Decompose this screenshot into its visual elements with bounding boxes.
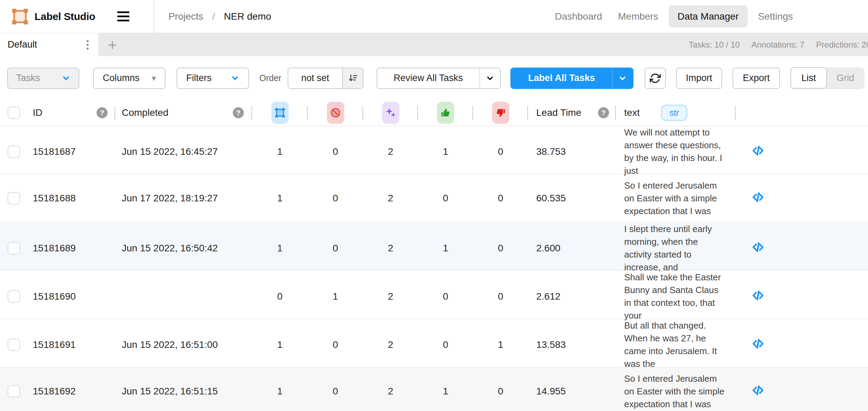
import-button[interactable]: Import [676,68,722,89]
predictions-count: 2 [363,174,418,222]
row-filler [780,126,868,177]
task-id: 15181687 [28,126,115,177]
view-grid-button[interactable]: Grid [827,73,864,83]
column-header-rejected[interactable] [473,100,528,126]
task-text-snippet: So I entered Jerusalem on Easter with th… [624,372,725,411]
cancelled-count: 0 [308,223,363,274]
code-icon[interactable] [752,289,764,304]
predictions-count: 2 [363,223,418,274]
nav-dashboard[interactable]: Dashboard [549,6,608,28]
row-filler [780,368,868,411]
predictions-count: 2 [363,368,418,411]
tab-options-kebab-icon[interactable] [84,38,91,52]
nav-members[interactable]: Members [612,6,664,28]
table-row[interactable]: 15181692 Jun 15 2022, 16:51:15 1 0 2 1 0… [0,368,868,411]
add-tab-button[interactable]: + [98,33,127,56]
row-filler [780,223,868,274]
tasks-dropdown-label: Tasks [16,73,40,83]
rejected-count: 0 [473,271,528,322]
table-row[interactable]: 15181691 Jun 15 2022, 16:51:00 1 0 2 0 1… [0,319,868,368]
column-header-text[interactable]: text str [616,100,736,126]
row-checkbox[interactable] [8,290,20,303]
label-all-tasks-button[interactable]: Label All Tasks [510,68,633,89]
lead-time-value: 38.753 [528,126,616,177]
view-tab-bar: Default + Tasks: 10 / 10 Annotations: 7 … [0,33,868,56]
help-icon[interactable]: ? [233,107,244,118]
select-all-checkbox[interactable] [8,107,20,119]
task-text-snippet: Shall we take the Easter Bunny and Santa… [624,271,725,322]
label-studio-logo-icon[interactable] [12,8,28,25]
stat-annotations: Annotations: 7 [751,40,804,50]
column-header-predictions[interactable] [363,100,418,126]
help-icon[interactable]: ? [97,107,108,118]
row-checkbox[interactable] [8,385,20,398]
label-all-tasks-label[interactable]: Label All Tasks [511,68,612,88]
column-header-completed[interactable]: Completed ? [115,100,252,126]
code-icon[interactable] [752,338,764,352]
code-icon[interactable] [752,241,764,256]
column-header-lead-time[interactable]: Lead Time ? [528,100,616,126]
column-header-id[interactable]: ID ? [28,100,115,126]
code-icon[interactable] [752,144,764,159]
column-label-text: text [624,107,640,118]
column-header-cancelled[interactable] [308,100,363,126]
rejected-count: 0 [473,126,528,177]
order-value[interactable]: not set [288,68,342,88]
table-row[interactable]: 15181688 Jun 17 2022, 18:19:27 1 0 2 0 0… [0,174,868,223]
tab-default[interactable]: Default [0,33,98,56]
refresh-button[interactable] [645,68,666,89]
column-header-source [736,100,780,126]
label-dropdown-chevron-icon[interactable] [612,68,633,88]
tab-label: Default [8,39,37,50]
annotations-count: 1 [252,223,308,274]
task-text-snippet: We will not attempt to answer these ques… [624,126,725,177]
tasks-dropdown[interactable]: Tasks [7,68,79,89]
top-header: Label Studio Projects / NER demo Dashboa… [0,0,868,33]
review-all-tasks-button[interactable]: Review All Tasks [377,68,501,89]
nav-settings[interactable]: Settings [752,6,798,28]
lead-time-value: 13.583 [528,319,616,370]
accepted-count: 0 [418,174,473,222]
lead-time-value: 60.535 [528,174,616,222]
task-table: 15181687 Jun 15 2022, 16:45:27 1 0 2 1 0… [0,126,868,411]
help-icon[interactable]: ? [598,107,609,118]
table-row[interactable]: 15181687 Jun 15 2022, 16:45:27 1 0 2 1 0… [0,126,868,174]
hamburger-menu-icon[interactable] [117,6,138,27]
cancelled-count: 0 [308,174,363,222]
row-checkbox[interactable] [8,192,20,204]
completed-timestamp: Jun 15 2022, 16:50:42 [115,223,252,274]
column-header-accepted[interactable] [418,100,473,126]
order-selector[interactable]: not set [288,68,363,89]
annotations-count: 0 [252,271,308,322]
nav-data-manager[interactable]: Data Manager [669,6,748,28]
task-id: 15181690 [28,271,115,322]
columns-dropdown[interactable]: Columns ▾ [93,68,166,89]
table-row[interactable]: 15181690 0 1 2 0 0 2.612 Shall we take t… [0,271,868,319]
filters-dropdown[interactable]: Filters [177,68,249,89]
review-dropdown-chevron-icon[interactable] [479,68,500,88]
view-list-button[interactable]: List [790,67,827,89]
breadcrumb-current-project: NER demo [224,11,271,22]
export-button[interactable]: Export [732,68,780,89]
row-checkbox[interactable] [8,242,20,254]
view-mode-toggle: List Grid [790,68,864,89]
row-checkbox[interactable] [8,146,20,158]
column-label-id: ID [33,107,42,118]
predictions-count: 2 [363,271,418,322]
task-id: 15181691 [28,319,115,370]
chevron-down-icon [62,74,70,82]
rejected-count: 1 [473,319,528,370]
code-icon[interactable] [752,384,764,399]
column-header-annotations[interactable] [252,100,308,126]
sort-direction-icon[interactable] [342,68,363,88]
table-row[interactable]: 15181689 Jun 15 2022, 16:50:42 1 0 2 1 0… [0,223,868,271]
ban-icon [327,102,344,124]
row-checkbox[interactable] [8,339,20,351]
column-label-lead-time: Lead Time [536,107,581,118]
review-all-tasks-label[interactable]: Review All Tasks [377,68,479,88]
code-icon[interactable] [752,191,764,206]
row-filler [780,174,868,222]
breadcrumb-projects-link[interactable]: Projects [168,11,203,22]
task-text-snippet: I slept there until early morning, when … [624,223,725,274]
annotations-count: 1 [252,174,308,222]
